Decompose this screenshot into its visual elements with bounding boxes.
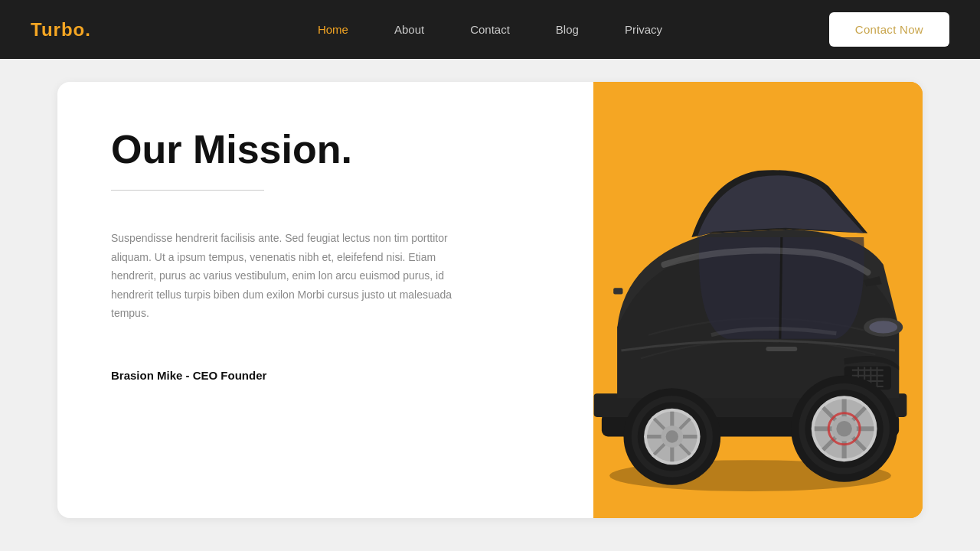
nav-privacy[interactable]: Privacy (625, 23, 662, 36)
title-divider (111, 190, 264, 191)
car-background (593, 82, 923, 518)
svg-point-27 (836, 421, 851, 436)
svg-point-39 (666, 430, 678, 442)
mission-card: Our Mission. Suspendisse hendrerit facil… (57, 82, 923, 518)
mission-body: Suspendisse hendrerit facilisis ante. Se… (111, 229, 479, 323)
logo-dot: . (85, 19, 91, 40)
svg-point-15 (869, 321, 897, 333)
navbar: Turbo. Home About Contact Blog Privacy C… (0, 0, 980, 59)
nav-links: Home About Contact Blog Privacy (318, 23, 662, 36)
card-right (593, 82, 923, 518)
nav-contact[interactable]: Contact (470, 23, 510, 36)
car-image (593, 105, 923, 518)
page-content: Our Mission. Suspendisse hendrerit facil… (0, 59, 980, 541)
nav-blog[interactable]: Blog (556, 23, 579, 36)
logo: Turbo. (31, 19, 91, 41)
contact-now-button[interactable]: Contact Now (829, 12, 949, 47)
svg-rect-16 (613, 288, 622, 294)
mission-title: Our Mission. (111, 128, 540, 171)
card-left: Our Mission. Suspendisse hendrerit facil… (57, 82, 593, 518)
ceo-name: Brasion Mike - CEO Founder (111, 369, 540, 382)
nav-home[interactable]: Home (318, 23, 348, 36)
logo-text: Turbo (31, 19, 85, 40)
nav-about[interactable]: About (394, 23, 424, 36)
svg-rect-3 (766, 347, 797, 351)
